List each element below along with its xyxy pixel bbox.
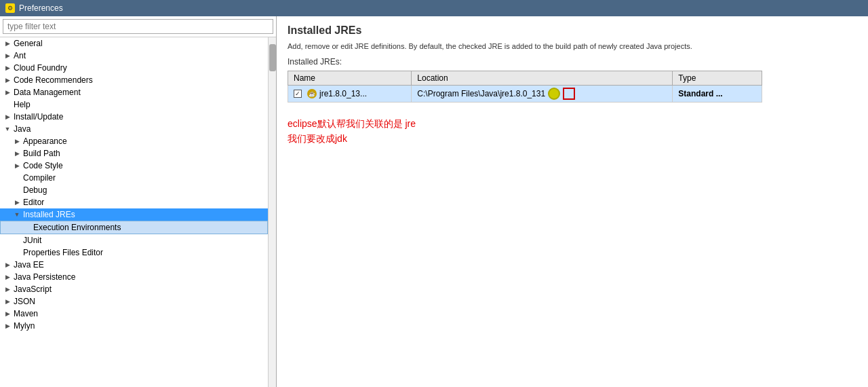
jre-icon: ☕ (307, 89, 317, 98)
jre-table-row[interactable]: ☕ jre1.8.0_13... C:\Program Files\Java\j… (288, 86, 762, 103)
expand-icon[interactable]: ▶ (3, 88, 12, 97)
col-name[interactable]: Name (288, 71, 412, 86)
annotation-line1: eclipse默认帮我们关联的是 jre (288, 116, 857, 131)
drag-rect (563, 88, 575, 100)
tree-item-ant[interactable]: ▶Ant (0, 50, 268, 62)
tree-item-installed-jres[interactable]: ▼Installed JREs (0, 208, 268, 221)
tree-item-label: JUnit (23, 236, 41, 245)
tree-item-compiler[interactable]: Compiler (0, 172, 268, 184)
expand-icon[interactable]: ▶ (3, 260, 12, 270)
tree-container: ▶General▶Ant▶Cloud Foundry▶Code Recommen… (0, 37, 268, 387)
tree-item-cloud-foundry[interactable]: ▶Cloud Foundry (0, 62, 268, 74)
tree-item-properties-files-editor[interactable]: Properties Files Editor (0, 246, 268, 259)
tree-item-junit[interactable]: JUnit (0, 234, 268, 246)
tree-item-editor[interactable]: ▶Editor (0, 196, 268, 208)
expand-icon[interactable]: ▶ (3, 51, 12, 60)
tree-item-label: Properties Files Editor (23, 248, 103, 257)
title-bar: ⚙ Preferences (0, 0, 868, 16)
expand-icon[interactable]: ▶ (3, 272, 12, 282)
tree-item-appearance[interactable]: ▶Appearance (0, 135, 268, 147)
tree-item-label: Code Recommenders (14, 75, 93, 85)
search-box (0, 16, 276, 37)
main-content: ▶General▶Ant▶Cloud Foundry▶Code Recommen… (0, 16, 868, 387)
tree-item-label: Help (14, 100, 31, 109)
tree-item-label: Java Persistence (14, 272, 75, 282)
panel-title: Installed JREs (288, 24, 857, 37)
table-header-row: Name Location Type (288, 71, 762, 86)
tree-item-java[interactable]: ▼Java (0, 123, 268, 135)
expand-icon[interactable]: ▶ (12, 161, 22, 170)
tree-item-general[interactable]: ▶General (0, 37, 268, 50)
tree-item-label: JavaScript (14, 284, 52, 294)
expand-icon[interactable]: ▶ (3, 309, 12, 318)
tree-item-mylyn[interactable]: ▶Mylyn (0, 320, 268, 332)
expand-icon[interactable]: ▶ (12, 198, 22, 207)
cursor-indicator (548, 88, 560, 100)
expand-icon[interactable]: ▶ (3, 112, 12, 122)
tree-item-label: Cloud Foundry (14, 63, 67, 73)
tree-item-label: Execution Environments (33, 223, 121, 232)
tree-item-label: Java (14, 124, 31, 134)
jre-checkbox[interactable] (294, 90, 302, 98)
collapse-icon[interactable]: ▼ (3, 124, 12, 134)
tree-item-code-recommenders[interactable]: ▶Code Recommenders (0, 74, 268, 86)
tree-item-label: Install/Update (14, 112, 63, 122)
tree-item-label: Mylyn (14, 321, 35, 331)
tree-item-label: Code Style (23, 161, 63, 170)
col-type[interactable]: Type (673, 71, 762, 86)
jre-table: Name Location Type ☕ jre1.8.0_13... C:\P… (288, 71, 762, 103)
tree-item-build-path[interactable]: ▶Build Path (0, 147, 268, 160)
tree-item-label: Data Management (14, 88, 81, 97)
search-input[interactable] (3, 19, 273, 34)
jre-type-cell: Standard ... (673, 86, 762, 103)
tree-item-code-style[interactable]: ▶Code Style (0, 160, 268, 172)
panel-description: Add, remove or edit JRE definitions. By … (288, 42, 857, 50)
tree-item-label: Ant (14, 51, 26, 60)
tree-item-label: Debug (23, 185, 47, 195)
jre-location: C:\Program Files\Java\jre1.8.0_131 (417, 89, 545, 98)
col-location[interactable]: Location (412, 71, 673, 86)
expand-icon[interactable]: ▶ (12, 149, 22, 158)
scrollbar-thumb[interactable] (269, 44, 276, 71)
expand-icon[interactable]: ▶ (12, 136, 22, 146)
preferences-icon: ⚙ (5, 3, 15, 13)
expand-icon[interactable]: ▶ (3, 297, 12, 306)
tree-item-javascript[interactable]: ▶JavaScript (0, 283, 268, 295)
installed-jres-label: Installed JREs: (288, 57, 857, 67)
collapse-icon[interactable]: ▼ (12, 210, 22, 219)
scrollbar[interactable] (268, 37, 276, 387)
jre-type: Standard ... (678, 89, 722, 98)
window-title: Preferences (19, 3, 63, 13)
expand-icon[interactable]: ▶ (3, 284, 12, 294)
expand-icon[interactable]: ▶ (3, 321, 12, 331)
tree-item-label: Java EE (14, 260, 44, 270)
tree-item-label: JSON (14, 297, 35, 306)
tree-item-data-management[interactable]: ▶Data Management (0, 86, 268, 98)
tree-item-help[interactable]: Help (0, 98, 268, 111)
annotation-text: eclipse默认帮我们关联的是 jre 我们要改成jdk (288, 116, 857, 147)
right-panel: Installed JREs Add, remove or edit JRE d… (277, 16, 868, 387)
tree-item-label: Compiler (23, 173, 56, 183)
jre-location-cell: C:\Program Files\Java\jre1.8.0_131 (412, 86, 673, 103)
tree-item-label: Installed JREs (23, 210, 75, 219)
tree-item-execution-environments[interactable]: Execution Environments (0, 221, 268, 234)
left-panel: ▶General▶Ant▶Cloud Foundry▶Code Recommen… (0, 16, 277, 387)
tree-item-maven[interactable]: ▶Maven (0, 308, 268, 320)
tree-item-label: Appearance (23, 136, 67, 146)
tree-item-install-update[interactable]: ▶Install/Update (0, 111, 268, 123)
tree-item-debug[interactable]: Debug (0, 184, 268, 196)
tree-item-label: Build Path (23, 149, 60, 158)
expand-icon[interactable]: ▶ (3, 63, 12, 73)
tree-item-label: Maven (14, 309, 38, 318)
tree-item-java-ee[interactable]: ▶Java EE (0, 259, 268, 271)
tree-item-java-persistence[interactable]: ▶Java Persistence (0, 271, 268, 283)
tree-item-json[interactable]: ▶JSON (0, 295, 268, 308)
jre-name-cell: ☕ jre1.8.0_13... (288, 86, 412, 103)
expand-icon[interactable]: ▶ (3, 39, 12, 48)
tree-item-label: Editor (23, 198, 44, 207)
tree-item-label: General (14, 39, 43, 48)
annotation-line2: 我们要改成jdk (288, 131, 857, 146)
jre-name: jre1.8.0_13... (319, 89, 367, 98)
expand-icon[interactable]: ▶ (3, 75, 12, 85)
